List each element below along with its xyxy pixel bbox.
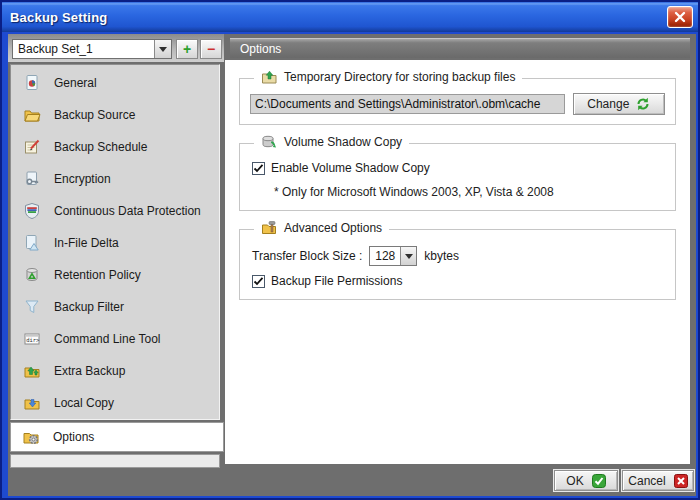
dialog-content: Backup Set_1 + − General xyxy=(8,34,696,496)
sidebar-item-backup-source[interactable]: Backup Source xyxy=(11,99,219,131)
plus-icon: + xyxy=(183,41,191,57)
sidebar-item-label: Continuous Data Protection xyxy=(54,204,201,218)
console-icon: dir> xyxy=(23,330,41,348)
sidebar-item-continuous-data-protection[interactable]: Continuous Data Protection xyxy=(11,195,219,227)
window-title: Backup Setting xyxy=(2,10,107,25)
backup-file-permissions-label: Backup File Permissions xyxy=(271,274,402,288)
document-key-icon xyxy=(23,170,41,188)
sidebar-item-label: General xyxy=(54,76,97,90)
funnel-icon xyxy=(23,298,41,316)
sidebar-empty-row xyxy=(10,454,220,468)
sidebar-item-options[interactable]: Options xyxy=(10,422,224,452)
sidebar-item-encryption[interactable]: Encryption xyxy=(11,163,219,195)
sidebar-item-in-file-delta[interactable]: In-File Delta xyxy=(11,227,219,259)
volume-shadow-copy-group: Volume Shadow Copy Enable Volume Shadow … xyxy=(239,143,676,211)
temp-directory-group: Temporary Directory for storing backup f… xyxy=(239,78,676,125)
sidebar-item-general[interactable]: General xyxy=(11,67,219,99)
folder-gear-icon xyxy=(22,428,40,446)
green-check-icon xyxy=(592,474,606,488)
backup-set-selected: Backup Set_1 xyxy=(13,42,154,56)
checkbox-checked-icon[interactable] xyxy=(252,275,265,288)
change-button-label: Change xyxy=(587,97,629,111)
checkbox-checked-icon[interactable] xyxy=(252,162,265,175)
ok-button-label: OK xyxy=(566,474,583,488)
temp-directory-group-title: Temporary Directory for storing backup f… xyxy=(254,69,522,85)
close-button[interactable] xyxy=(667,6,693,28)
refresh-arrows-icon xyxy=(636,97,650,111)
document-pie-icon xyxy=(23,74,41,92)
folder-up-arrow-icon xyxy=(261,69,277,85)
sidebar-item-label: Options xyxy=(53,430,94,444)
transfer-block-size-value: 128 xyxy=(370,249,400,263)
transfer-block-size-unit: kbytes xyxy=(424,249,459,263)
sidebar-item-label: Retention Policy xyxy=(54,268,141,282)
sidebar-item-label: Backup Filter xyxy=(54,300,124,314)
volume-shadow-copy-group-title: Volume Shadow Copy xyxy=(254,134,409,150)
minus-icon: − xyxy=(207,41,215,57)
transfer-size-dropdown-arrow[interactable] xyxy=(400,247,416,265)
panel-header: Options xyxy=(230,38,690,58)
sidebar-item-label: Backup Schedule xyxy=(54,140,147,154)
folder-hammer-icon xyxy=(261,220,277,236)
options-panel: Temporary Directory for storing backup f… xyxy=(225,60,690,464)
cancel-button-label: Cancel xyxy=(628,474,665,488)
sidebar-item-label: Encryption xyxy=(54,172,111,186)
sidebar-item-extra-backup[interactable]: Extra Backup xyxy=(11,355,219,387)
sidebar-item-label: In-File Delta xyxy=(54,236,119,250)
recycle-bin-icon xyxy=(23,266,41,284)
sidebar-item-command-line-tool[interactable]: dir> Command Line Tool xyxy=(11,323,219,355)
folder-down-arrow-icon xyxy=(23,394,41,412)
remove-backup-set-button[interactable]: − xyxy=(200,39,222,59)
change-directory-button[interactable]: Change xyxy=(573,93,665,115)
sidebar-item-local-copy[interactable]: Local Copy xyxy=(11,387,219,419)
svg-text:dir>: dir> xyxy=(26,337,40,343)
transfer-block-size-dropdown[interactable]: 128 xyxy=(369,246,417,266)
backup-set-dropdown-arrow[interactable] xyxy=(154,40,171,58)
enable-vsc-checkbox-row[interactable]: Enable Volume Shadow Copy xyxy=(252,161,665,175)
enable-vsc-label: Enable Volume Shadow Copy xyxy=(271,161,430,175)
sidebar: General Backup Source Backup Schedule xyxy=(10,64,220,420)
sidebar-item-label: Extra Backup xyxy=(54,364,125,378)
titlebar[interactable]: Backup Setting xyxy=(2,2,698,32)
sidebar-item-label: Local Copy xyxy=(54,396,114,410)
sidebar-item-backup-filter[interactable]: Backup Filter xyxy=(11,291,219,323)
close-icon xyxy=(674,11,686,23)
notepad-pencil-icon xyxy=(23,138,41,156)
disk-stack-icon xyxy=(261,134,277,150)
shield-icon xyxy=(23,202,41,220)
open-folder-icon xyxy=(23,106,41,124)
group-title-text: Temporary Directory for storing backup f… xyxy=(284,70,515,84)
chevron-down-icon xyxy=(405,254,413,259)
folder-up-arrows-icon xyxy=(23,362,41,380)
chevron-down-icon xyxy=(159,47,167,52)
advanced-options-group: Advanced Options Transfer Block Size : 1… xyxy=(239,229,676,300)
sidebar-item-retention-policy[interactable]: Retention Policy xyxy=(11,259,219,291)
transfer-block-size-label: Transfer Block Size : xyxy=(252,249,362,263)
ok-button[interactable]: OK xyxy=(554,470,618,491)
backup-file-permissions-checkbox-row[interactable]: Backup File Permissions xyxy=(252,274,665,288)
sidebar-item-backup-schedule[interactable]: Backup Schedule xyxy=(11,131,219,163)
document-delta-icon xyxy=(23,234,41,252)
cancel-button[interactable]: Cancel xyxy=(622,470,694,491)
red-x-icon xyxy=(674,474,688,488)
group-title-text: Volume Shadow Copy xyxy=(284,135,402,149)
temp-directory-input[interactable] xyxy=(250,94,565,114)
advanced-options-group-title: Advanced Options xyxy=(254,220,389,236)
backup-set-dropdown[interactable]: Backup Set_1 xyxy=(12,39,172,59)
add-backup-set-button[interactable]: + xyxy=(176,39,198,59)
sidebar-item-label: Command Line Tool xyxy=(54,332,161,346)
sidebar-item-label: Backup Source xyxy=(54,108,135,122)
backup-setting-dialog: Backup Setting Backup Set_1 + − xyxy=(0,0,700,500)
panel-header-title: Options xyxy=(240,42,281,56)
vsc-note: * Only for Microsoft Windows 2003, XP, V… xyxy=(274,185,665,199)
group-title-text: Advanced Options xyxy=(284,221,382,235)
